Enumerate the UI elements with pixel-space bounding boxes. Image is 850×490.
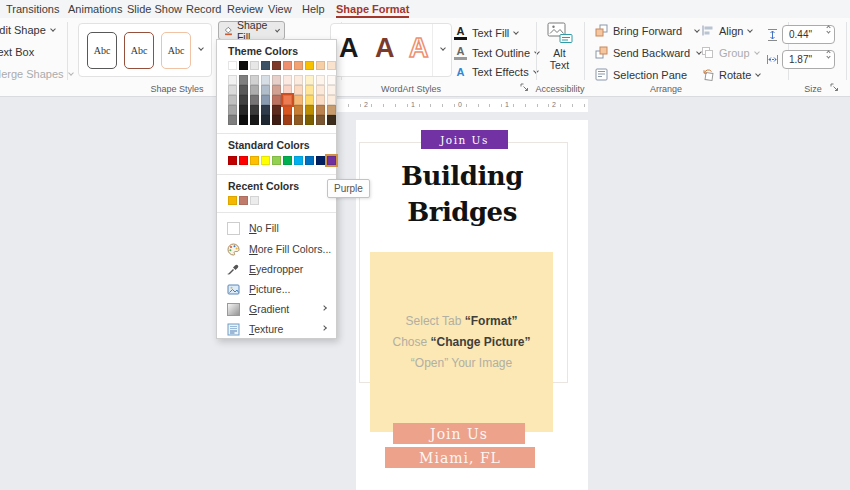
color-swatch[interactable] <box>272 75 281 85</box>
color-swatch[interactable] <box>316 95 325 105</box>
miami-banner[interactable]: Miami, FL <box>385 447 535 468</box>
color-swatch[interactable] <box>283 156 292 165</box>
color-swatch[interactable] <box>228 75 237 85</box>
wordart-dialog-launcher-icon[interactable] <box>520 83 529 92</box>
color-swatch[interactable] <box>305 105 314 115</box>
texture-item[interactable]: Texture <box>217 319 336 339</box>
color-swatch[interactable] <box>239 85 248 95</box>
bring-forward-button[interactable]: Bring Forward <box>595 24 699 37</box>
gallery-more-button[interactable] <box>440 45 446 51</box>
color-swatch[interactable] <box>250 85 259 95</box>
color-swatch[interactable] <box>327 105 336 115</box>
eyedropper-item[interactable]: Eyedropper <box>217 259 336 279</box>
color-swatch[interactable] <box>250 61 259 70</box>
rotate-button[interactable]: Rotate <box>701 68 760 81</box>
image-placeholder[interactable]: Select Tab “Format” Chose “Change Pictur… <box>370 252 553 432</box>
text-effects-button[interactable]: A Text Effects <box>454 66 538 78</box>
color-swatch[interactable] <box>327 95 336 105</box>
wordart-style-3[interactable]: A <box>409 33 429 64</box>
tab-help[interactable]: Help <box>302 3 325 15</box>
color-swatch[interactable] <box>272 156 281 165</box>
tab-slide-show[interactable]: Slide Show <box>127 3 182 15</box>
text-box-button[interactable]: Text Box <box>0 46 34 58</box>
color-swatch[interactable] <box>283 105 292 115</box>
tab-view[interactable]: View <box>268 3 292 15</box>
wordart-style-1[interactable]: A <box>339 33 359 64</box>
wordart-style-2[interactable]: A <box>375 33 395 64</box>
gallery-more-button[interactable] <box>198 45 204 51</box>
color-swatch[interactable] <box>228 95 237 105</box>
color-swatch[interactable] <box>228 105 237 115</box>
color-swatch[interactable] <box>327 156 336 165</box>
color-swatch[interactable] <box>283 95 292 105</box>
text-outline-button[interactable]: A Text Outline <box>454 46 539 60</box>
color-swatch[interactable] <box>294 75 303 85</box>
shape-style-preset-1[interactable]: Abc <box>87 32 117 69</box>
join-us-banner[interactable]: Join Us <box>393 423 525 444</box>
color-swatch[interactable] <box>261 95 270 105</box>
color-swatch[interactable] <box>294 85 303 95</box>
color-swatch[interactable] <box>228 61 237 70</box>
text-fill-button[interactable]: A Text Fill <box>454 26 518 40</box>
color-swatch[interactable] <box>305 156 314 165</box>
tab-transitions[interactable]: Transitions <box>6 3 59 15</box>
color-swatch[interactable] <box>261 61 270 70</box>
color-swatch[interactable] <box>272 61 281 70</box>
color-swatch[interactable] <box>239 61 248 70</box>
color-swatch[interactable] <box>239 156 248 165</box>
slide-title[interactable]: Building Bridges <box>356 158 568 230</box>
join-us-badge[interactable]: Join Us <box>421 130 508 149</box>
color-swatch[interactable] <box>283 115 292 125</box>
color-swatch[interactable] <box>316 105 325 115</box>
size-dialog-launcher-icon[interactable] <box>830 83 839 92</box>
shape-style-preset-3[interactable]: Abc <box>161 32 191 69</box>
tab-shape-format[interactable]: Shape Format <box>336 3 409 18</box>
color-swatch[interactable] <box>294 105 303 115</box>
shape-style-preset-2[interactable]: Abc <box>124 32 154 69</box>
edit-shape-button[interactable]: Edit Shape <box>0 24 55 36</box>
color-swatch[interactable] <box>239 196 248 205</box>
color-swatch[interactable] <box>228 85 237 95</box>
color-swatch[interactable] <box>272 95 281 105</box>
color-swatch[interactable] <box>250 115 259 125</box>
color-swatch[interactable] <box>327 85 336 95</box>
color-swatch[interactable] <box>294 61 303 70</box>
alt-text-button[interactable]: Alt Text <box>538 22 581 79</box>
selection-pane-button[interactable]: Selection Pane <box>595 68 687 81</box>
color-swatch[interactable] <box>261 85 270 95</box>
color-swatch[interactable] <box>239 115 248 125</box>
gradient-item[interactable]: Gradient <box>217 299 336 319</box>
color-swatch[interactable] <box>272 105 281 115</box>
color-swatch[interactable] <box>272 85 281 95</box>
color-swatch[interactable] <box>250 196 259 205</box>
color-swatch[interactable] <box>239 105 248 115</box>
shape-height-field[interactable]: 0.44" <box>782 25 835 44</box>
color-swatch[interactable] <box>327 115 336 125</box>
color-swatch[interactable] <box>250 105 259 115</box>
color-swatch[interactable] <box>294 115 303 125</box>
send-backward-button[interactable]: Send Backward <box>595 46 701 59</box>
align-button[interactable]: Align <box>701 24 752 37</box>
color-swatch[interactable] <box>316 156 325 165</box>
slide-page[interactable]: Join Us Building Bridges Select Tab “For… <box>356 120 588 490</box>
shape-width-field[interactable]: 1.87" <box>782 50 835 69</box>
color-swatch[interactable] <box>294 95 303 105</box>
color-swatch[interactable] <box>305 61 314 70</box>
width-spinner[interactable] <box>827 53 830 58</box>
color-swatch[interactable] <box>316 115 325 125</box>
color-swatch[interactable] <box>283 85 292 95</box>
color-swatch[interactable] <box>316 75 325 85</box>
color-swatch[interactable] <box>261 115 270 125</box>
color-swatch[interactable] <box>305 115 314 125</box>
color-swatch[interactable] <box>294 156 303 165</box>
color-swatch[interactable] <box>261 156 270 165</box>
color-swatch[interactable] <box>305 95 314 105</box>
no-fill-item[interactable]: No Fill <box>217 218 336 238</box>
color-swatch[interactable] <box>283 61 292 70</box>
color-swatch[interactable] <box>239 95 248 105</box>
color-swatch[interactable] <box>239 75 248 85</box>
color-swatch[interactable] <box>316 85 325 95</box>
color-swatch[interactable] <box>228 156 237 165</box>
color-swatch[interactable] <box>228 196 237 205</box>
tab-record[interactable]: Record <box>186 3 221 15</box>
